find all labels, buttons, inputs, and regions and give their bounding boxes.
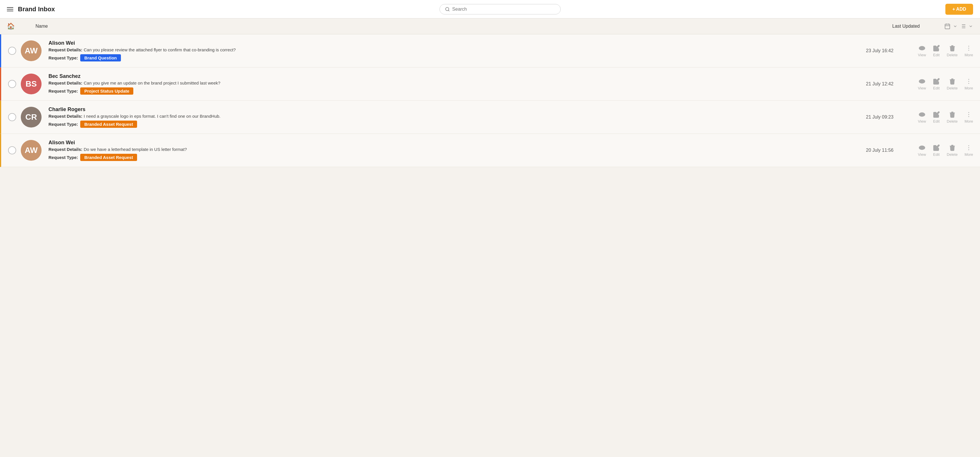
row-checkbox[interactable] (8, 146, 16, 154)
list-icon[interactable] (960, 23, 966, 29)
row-actions: View Edit Delete More (918, 144, 973, 157)
more-button[interactable]: More (964, 45, 973, 57)
request-type-badge: Branded Asset Request (80, 154, 137, 161)
row-details: Request Details: Do we have a letterhead… (48, 147, 866, 152)
details-text: I need a grayscale logo in eps format. I… (84, 114, 221, 119)
more-button[interactable]: More (964, 111, 973, 124)
svg-point-29 (969, 145, 969, 146)
svg-point-16 (969, 50, 969, 51)
app-title: Brand Inbox (18, 5, 55, 13)
inbox-row: CR Charlie Rogers Request Details: I nee… (0, 101, 980, 134)
avatar: AW (21, 140, 41, 161)
more-label: More (964, 152, 973, 157)
request-type-badge: Brand Question (80, 54, 121, 62)
row-updated: 21 July 09:23 (866, 114, 918, 120)
row-checkbox[interactable] (8, 47, 16, 55)
row-name: Bec Sanchez (48, 73, 866, 79)
row-details: Request Details: I need a grayscale logo… (48, 114, 866, 119)
svg-line-1 (449, 10, 449, 11)
more-label: More (964, 53, 973, 57)
search-input[interactable] (452, 6, 555, 12)
more-button[interactable]: More (964, 78, 973, 90)
edit-label: Edit (933, 152, 940, 157)
details-label: Request Details: (48, 147, 83, 152)
svg-point-21 (969, 83, 969, 84)
edit-button[interactable]: Edit (933, 78, 940, 90)
row-actions: View Edit Delete More (918, 78, 973, 90)
row-actions: View Edit Delete More (918, 111, 973, 124)
svg-point-30 (969, 147, 969, 148)
view-button[interactable]: View (918, 144, 926, 157)
avatar: AW (21, 40, 41, 61)
type-label: Request Type: (48, 122, 78, 127)
edit-button[interactable]: Edit (933, 45, 940, 57)
edit-button[interactable]: Edit (933, 111, 940, 124)
svg-point-25 (969, 114, 969, 115)
row-actions: View Edit Delete More (918, 45, 973, 57)
svg-point-13 (921, 47, 923, 49)
view-button[interactable]: View (918, 45, 926, 57)
row-name: Alison Wei (48, 140, 866, 146)
edit-label: Edit (933, 119, 940, 124)
home-icon[interactable]: 🏠 (7, 22, 15, 30)
delete-label: Delete (947, 152, 958, 157)
view-label: View (918, 53, 926, 57)
delete-button[interactable]: Delete (947, 78, 958, 90)
view-label: View (918, 119, 926, 124)
inbox-row: AW Alison Wei Request Details: Can you p… (0, 34, 980, 68)
row-content: Alison Wei Request Details: Can you plea… (48, 40, 866, 62)
view-button[interactable]: View (918, 111, 926, 124)
col-name-header: Name (19, 24, 892, 29)
view-button[interactable]: View (918, 78, 926, 90)
search-wrapper (55, 4, 945, 14)
table-header: 🏠 Name Last Updated (0, 19, 980, 34)
delete-button[interactable]: Delete (947, 144, 958, 157)
view-label: View (918, 152, 926, 157)
details-label: Request Details: (48, 81, 83, 86)
row-details: Request Details: Can you please review t… (48, 47, 866, 52)
row-updated: 21 July 12:42 (866, 81, 918, 87)
delete-button[interactable]: Delete (947, 111, 958, 124)
inbox-row: BS Bec Sanchez Request Details: Can you … (0, 68, 980, 101)
more-label: More (964, 119, 973, 124)
row-type-line: Request Type: Branded Asset Request (48, 121, 866, 128)
row-updated: 20 July 11:56 (866, 148, 918, 153)
more-label: More (964, 86, 973, 90)
row-updated: 23 July 16:42 (866, 48, 918, 53)
details-label: Request Details: (48, 114, 83, 119)
avatar: BS (21, 74, 41, 94)
request-type-badge: Project Status Update (80, 87, 133, 95)
row-name: Alison Wei (48, 40, 866, 46)
svg-point-14 (969, 46, 969, 46)
svg-point-19 (969, 79, 969, 79)
inbox-row: AW Alison Wei Request Details: Do we hav… (0, 134, 980, 167)
row-details: Request Details: Can you give me an upda… (48, 81, 866, 86)
hamburger-menu[interactable] (7, 7, 13, 11)
view-label: View (918, 86, 926, 90)
details-text: Can you please review the attached flyer… (84, 47, 236, 52)
chevron-down-icon-1[interactable] (953, 24, 958, 29)
calendar-icon[interactable] (944, 23, 951, 29)
svg-rect-2 (945, 24, 950, 29)
add-button[interactable]: + ADD (945, 4, 973, 15)
row-checkbox[interactable] (8, 113, 16, 121)
svg-point-18 (921, 81, 923, 82)
row-checkbox[interactable] (8, 80, 16, 88)
delete-button[interactable]: Delete (947, 45, 958, 57)
row-content: Charlie Rogers Request Details: I need a… (48, 106, 866, 128)
svg-point-24 (969, 112, 969, 113)
chevron-down-icon-2[interactable] (969, 24, 973, 29)
request-type-badge: Branded Asset Request (80, 121, 137, 128)
edit-label: Edit (933, 53, 940, 57)
details-label: Request Details: (48, 47, 83, 52)
row-type-line: Request Type: Project Status Update (48, 87, 866, 95)
edit-label: Edit (933, 86, 940, 90)
header: Brand Inbox + ADD (0, 0, 980, 19)
inbox-list: AW Alison Wei Request Details: Can you p… (0, 34, 980, 167)
row-content: Bec Sanchez Request Details: Can you giv… (48, 73, 866, 95)
row-name: Charlie Rogers (48, 106, 866, 113)
edit-button[interactable]: Edit (933, 144, 940, 157)
search-bar (439, 4, 561, 14)
col-updated-header: Last Updated (892, 24, 944, 29)
more-button[interactable]: More (964, 144, 973, 157)
